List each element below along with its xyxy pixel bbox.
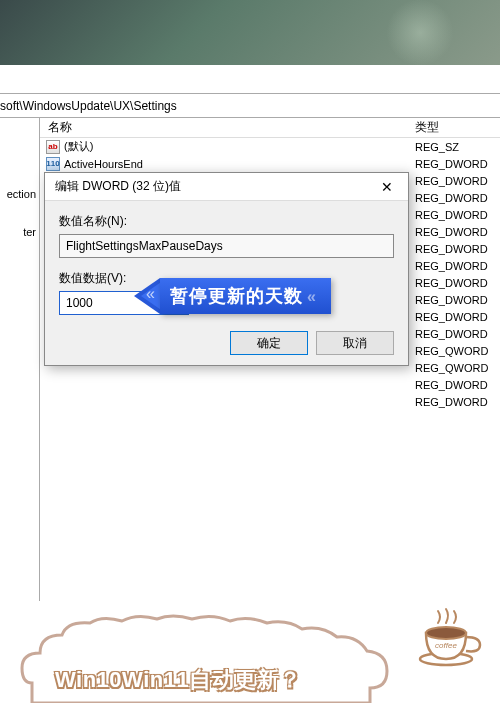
coffee-cup-icon: coffee — [416, 601, 486, 671]
list-row[interactable]: 110ActiveHoursEndREG_DWORD — [40, 155, 500, 172]
edit-dword-dialog: 编辑 DWORD (32 位)值 ✕ 数值名称(N): 数值数据(V): 十进制… — [44, 172, 409, 366]
row-type: REG_DWORD — [415, 158, 500, 170]
row-name: (默认) — [64, 139, 415, 154]
list-row[interactable]: REG_DWORD — [40, 376, 500, 393]
column-name-header[interactable]: 名称 — [40, 119, 415, 136]
row-type: REG_QWORD — [415, 345, 500, 357]
row-type: REG_DWORD — [415, 260, 500, 272]
row-type: REG_DWORD — [415, 311, 500, 323]
svg-point-1 — [426, 627, 466, 639]
close-button[interactable]: ✕ — [372, 176, 402, 198]
value-name-input[interactable] — [59, 234, 394, 258]
cancel-button[interactable]: 取消 — [316, 331, 394, 355]
row-type: REG_DWORD — [415, 396, 500, 408]
svg-point-0 — [420, 653, 472, 665]
reg-dword-icon: 110 — [46, 157, 60, 171]
row-type: REG_DWORD — [415, 226, 500, 238]
annotation-text: 暂停更新的天数 — [160, 278, 331, 314]
bottom-overlay: Win10Win11自动更新？ coffee — [0, 601, 500, 711]
value-name-label: 数值名称(N): — [59, 213, 394, 230]
row-type: REG_DWORD — [415, 294, 500, 306]
row-type: REG_DWORD — [415, 175, 500, 187]
background-image — [0, 0, 500, 65]
row-type: REG_DWORD — [415, 379, 500, 391]
svg-text:coffee: coffee — [435, 641, 457, 650]
tree-item[interactable]: ter — [23, 226, 36, 238]
caption-text: Win10Win11自动更新？ — [55, 665, 302, 695]
row-type: REG_QWORD — [415, 362, 500, 374]
list-row[interactable]: REG_DWORD — [40, 393, 500, 410]
tree-item[interactable]: ection — [7, 188, 36, 200]
cloud-shape — [12, 613, 412, 703]
gap — [0, 65, 500, 93]
address-bar[interactable]: soft\WindowsUpdate\UX\Settings — [0, 94, 500, 118]
ok-button[interactable]: 确定 — [230, 331, 308, 355]
list-header: 名称 类型 — [40, 118, 500, 138]
row-type: REG_DWORD — [415, 328, 500, 340]
arrow-left-icon — [134, 278, 160, 314]
tree-panel[interactable]: ection ter — [0, 118, 40, 601]
row-type: REG_SZ — [415, 141, 500, 153]
annotation-callout: 暂停更新的天数 — [134, 278, 331, 314]
reg-sz-icon: ab — [46, 140, 60, 154]
dialog-title: 编辑 DWORD (32 位)值 — [55, 178, 181, 195]
row-type: REG_DWORD — [415, 209, 500, 221]
list-row[interactable]: ab(默认)REG_SZ — [40, 138, 500, 155]
row-name: ActiveHoursEnd — [64, 158, 415, 170]
row-type: REG_DWORD — [415, 243, 500, 255]
row-type: REG_DWORD — [415, 192, 500, 204]
row-type: REG_DWORD — [415, 277, 500, 289]
column-type-header[interactable]: 类型 — [415, 119, 500, 136]
dialog-titlebar[interactable]: 编辑 DWORD (32 位)值 ✕ — [45, 173, 408, 201]
